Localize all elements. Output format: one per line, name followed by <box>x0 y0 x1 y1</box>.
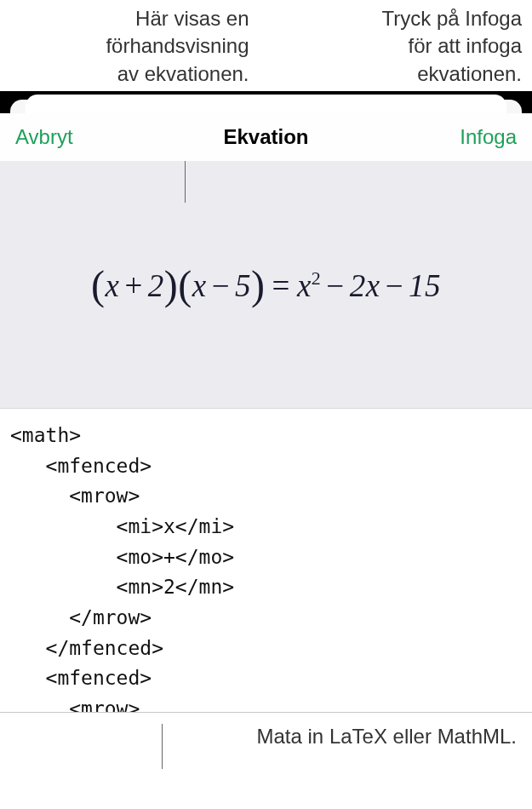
insert-button[interactable]: Infoga <box>460 125 517 149</box>
cancel-button[interactable]: Avbryt <box>15 125 73 149</box>
callout-input: Mata in LaTeX eller MathML. <box>0 713 532 749</box>
window-chrome <box>0 91 532 113</box>
callout-line <box>162 724 163 769</box>
dialog-title: Ekvation <box>223 125 308 149</box>
equation-rendered: (x+2)(x−5)=x2−2x−15 <box>91 261 441 308</box>
code-editor[interactable]: <math> <mfenced> <mrow> <mi>x</mi> <mo>+… <box>0 408 532 712</box>
toolbar: Avbryt Ekvation Infoga <box>0 113 532 161</box>
callout-preview: Här visas enförhandsvisningav ekvationen… <box>10 5 249 88</box>
callout-insert: Tryck på Infogaför att infogaekvationen. <box>283 5 523 88</box>
equation-preview: (x+2)(x−5)=x2−2x−15 <box>0 161 532 408</box>
